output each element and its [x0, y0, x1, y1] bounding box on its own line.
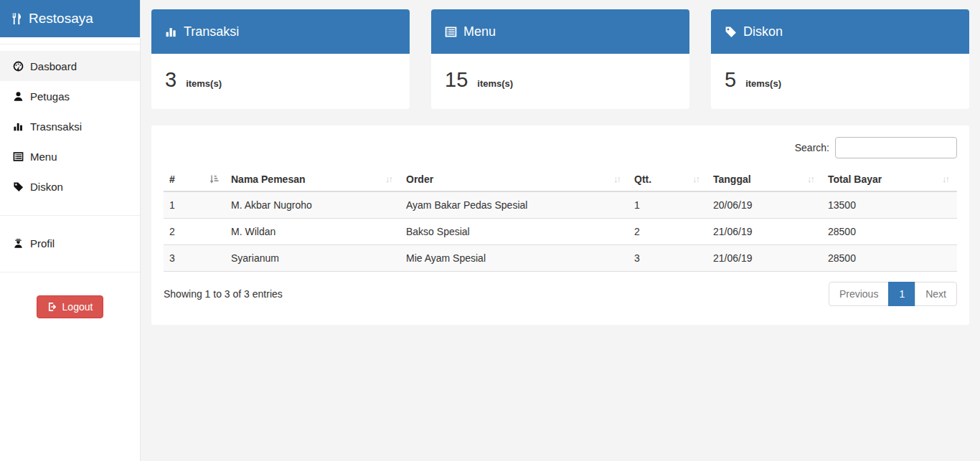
- sort-asc-icon: [209, 174, 220, 185]
- table-row: 1 M. Akbar Nugroho Ayam Bakar Pedas Spes…: [164, 191, 957, 219]
- sidebar-item-label: Menu: [30, 151, 57, 163]
- stat-card-count: 5: [725, 68, 736, 92]
- sidebar-item-label: Diskon: [30, 181, 63, 193]
- sidebar-item-trasnsaksi[interactable]: Trasnsaksi: [0, 111, 140, 141]
- sort-both-icon: ↓↑: [942, 174, 948, 184]
- column-header-total[interactable]: Total Bayar ↓↑: [822, 168, 957, 191]
- logout-label: Logout: [62, 301, 93, 313]
- stat-card-unit: items(s): [745, 78, 781, 89]
- search-label: Search:: [795, 142, 829, 153]
- sort-both-icon: ↓↑: [807, 174, 814, 184]
- transactions-panel: Search: #: [151, 125, 969, 325]
- table-header-row: # Nama Pemesan ↓↑ Order: [164, 168, 957, 191]
- sort-both-icon: ↓↑: [613, 174, 620, 184]
- cell-tanggal: 21/06/19: [707, 245, 822, 272]
- pagination-previous-button[interactable]: Previous: [829, 282, 889, 306]
- stat-card-count: 3: [165, 68, 176, 92]
- cell-nama: M. Wildan: [225, 219, 400, 245]
- cell-nama: M. Akbar Nugroho: [225, 191, 400, 219]
- cell-total: 28500: [822, 219, 957, 245]
- stat-card-header: Diskon: [711, 9, 969, 54]
- cell-tanggal: 21/06/19: [707, 219, 822, 245]
- tag-icon: [13, 181, 24, 192]
- cell-tanggal: 20/06/19: [707, 191, 822, 219]
- transactions-table: # Nama Pemesan ↓↑ Order: [164, 168, 957, 272]
- search-input[interactable]: [835, 137, 957, 158]
- user-icon: [13, 91, 24, 102]
- stat-card-unit: items(s): [477, 78, 513, 89]
- cell-order: Bakso Spesial: [400, 219, 628, 245]
- sidebar-item-menu[interactable]: Menu: [0, 141, 140, 171]
- table-info: Showing 1 to 3 of 3 entries: [164, 288, 283, 300]
- table-row: 3 Syarianum Mie Ayam Spesial 3 21/06/19 …: [164, 245, 957, 272]
- sidebar-item-label: Petugas: [30, 90, 70, 103]
- sidebar-item-label: Dasboard: [30, 60, 77, 72]
- cell-order: Mie Ayam Spesial: [400, 245, 628, 272]
- cell-nama: Syarianum: [225, 245, 400, 272]
- sort-both-icon: ↓↑: [385, 174, 392, 184]
- stat-card-unit: items(s): [186, 78, 222, 89]
- cell-num: 1: [164, 191, 225, 219]
- sidebar-item-petugas[interactable]: Petugas: [0, 81, 140, 111]
- column-header-qty[interactable]: Qtt. ↓↑: [628, 168, 707, 191]
- divider: [0, 272, 140, 272]
- dashboard-icon: [13, 61, 24, 72]
- column-header-order[interactable]: Order ↓↑: [400, 168, 628, 191]
- divider: [0, 215, 140, 216]
- cell-qty: 2: [628, 219, 707, 245]
- sidebar-item-diskon[interactable]: Diskon: [0, 171, 140, 201]
- list-icon: [13, 151, 24, 162]
- tag-icon: [725, 26, 737, 38]
- cell-num: 3: [164, 245, 225, 272]
- stat-card-transaksi: Transaksi 3 items(s): [151, 9, 410, 109]
- bar-chart-icon: [165, 26, 177, 38]
- cell-num: 2: [164, 219, 225, 245]
- sidebar-item-dasboard[interactable]: Dasboard: [0, 51, 140, 81]
- pagination-page-1-button[interactable]: 1: [888, 282, 915, 306]
- cell-order: Ayam Bakar Pedas Spesial: [400, 191, 628, 219]
- sidebar: Restosaya Dasboard Petugas Trasnsaksi Me: [0, 0, 141, 461]
- stat-card-title: Menu: [463, 24, 496, 39]
- bar-chart-icon: [13, 121, 24, 132]
- cutlery-icon: [10, 12, 23, 25]
- stat-card-title: Transaksi: [184, 24, 239, 39]
- column-header-nama[interactable]: Nama Pemesan ↓↑: [225, 168, 400, 191]
- table-row: 2 M. Wildan Bakso Spesial 2 21/06/19 285…: [164, 219, 957, 245]
- stat-card-diskon: Diskon 5 items(s): [711, 9, 969, 109]
- stat-card-header: Transaksi: [151, 9, 410, 54]
- list-icon: [445, 26, 457, 38]
- sidebar-item-profil[interactable]: Profil: [0, 228, 140, 258]
- divider: [0, 44, 140, 44]
- sort-both-icon: ↓↑: [692, 174, 699, 184]
- stat-card-count: 15: [445, 68, 468, 92]
- logout-button[interactable]: Logout: [37, 295, 104, 318]
- column-header-tanggal[interactable]: Tanggal ↓↑: [707, 168, 822, 191]
- pagination: Previous 1 Next: [829, 282, 957, 306]
- cell-total: 28500: [822, 245, 957, 272]
- pagination-next-button[interactable]: Next: [915, 282, 957, 306]
- app-title: Restosaya: [29, 11, 93, 27]
- cell-total: 13500: [822, 191, 957, 219]
- sidebar-item-label: Profil: [30, 237, 55, 249]
- cell-qty: 1: [628, 191, 707, 219]
- column-header-num[interactable]: #: [164, 168, 225, 191]
- profile-icon: [13, 238, 24, 249]
- sidebar-item-label: Trasnsaksi: [30, 120, 82, 133]
- stat-card-menu: Menu 15 items(s): [431, 9, 689, 109]
- sign-out-icon: [47, 302, 57, 312]
- cell-qty: 3: [628, 245, 707, 272]
- main-content: Transaksi 3 items(s) Menu 15 items(s): [141, 0, 980, 461]
- stat-card-title: Diskon: [743, 24, 783, 39]
- stat-card-header: Menu: [431, 9, 689, 54]
- app-brand: Restosaya: [0, 0, 140, 37]
